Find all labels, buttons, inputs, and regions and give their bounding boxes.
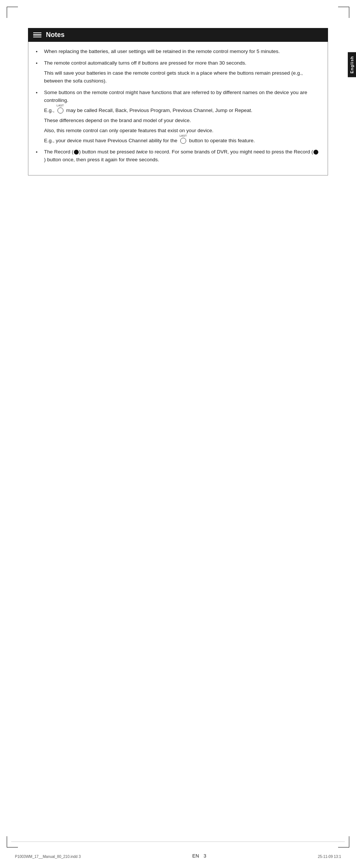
corner-mark-tl [7,7,18,18]
footer-en-label: EN [192,853,199,859]
bullet: • [36,149,43,156]
record-circle-icon-2 [313,150,318,155]
note-paragraph: The remote control automatically turns o… [44,59,320,67]
note-paragraph: Also, this remote control can only opera… [44,127,320,135]
note-text-3: Some buttons on the remote control might… [44,89,320,145]
list-item: • The remote control automatically turns… [36,59,320,85]
footer-timestamp: 25-11-09 13:1 [318,855,341,859]
corner-mark-bl [7,836,18,847]
notes-header: Notes [28,28,328,42]
footer-page-number: EN 3 [192,853,206,859]
footer: P1003WM_17__Manual_80_210.indd 3 EN 3 25… [0,853,356,859]
language-tab: English [348,52,356,77]
footer-filename: P1003WM_17__Manual_80_210.indd 3 [15,855,81,859]
bullet: • [36,89,43,97]
last-button-icon: LAST [56,107,65,114]
note-paragraph: E.g., your device must have Previous Cha… [44,137,320,145]
notes-title: Notes [46,31,65,39]
corner-mark-tr [338,7,349,18]
note-text-1: When replacing the batteries, all user s… [44,48,320,56]
footer-page-num: 3 [203,853,206,859]
notes-icon [33,32,41,38]
bullet: • [36,60,43,67]
list-item: • Some buttons on the remote control mig… [36,89,320,145]
notes-box: • When replacing the batteries, all user… [28,42,328,175]
note-paragraph: Some buttons on the remote control might… [44,89,320,105]
icon-line-2 [33,34,41,35]
icon-line-1 [33,32,41,34]
corner-mark-br [338,836,349,847]
circle-btn-icon [57,108,63,113]
note-paragraph: This will save your batteries in case th… [44,69,320,85]
note-paragraph: The Record () button must be pressed twi… [44,148,320,164]
icon-line-3 [33,37,41,38]
main-content: Notes • When replacing the batteries, al… [28,28,328,175]
bullet: • [36,48,43,56]
record-circle-icon [74,150,79,155]
list-item: • When replacing the batteries, all user… [36,48,320,56]
note-text-2: The remote control automatically turns o… [44,59,320,85]
twice-text: twice [136,149,148,155]
note-paragraph: When replacing the batteries, all user s… [44,48,320,56]
page: English Notes • When replacing the batte… [0,0,356,868]
circle-btn-icon-2 [180,138,186,144]
list-item: • The Record () button must be pressed t… [36,148,320,164]
note-paragraph: These differences depend on the brand an… [44,117,320,125]
note-text-4: The Record () button must be pressed twi… [44,148,320,164]
notes-list: • When replacing the batteries, all user… [36,48,320,164]
footer-line [11,841,345,842]
note-paragraph: E.g., LAST may be called Recall, Back, P… [44,107,320,115]
last-button-icon-2: LAST [179,137,187,144]
